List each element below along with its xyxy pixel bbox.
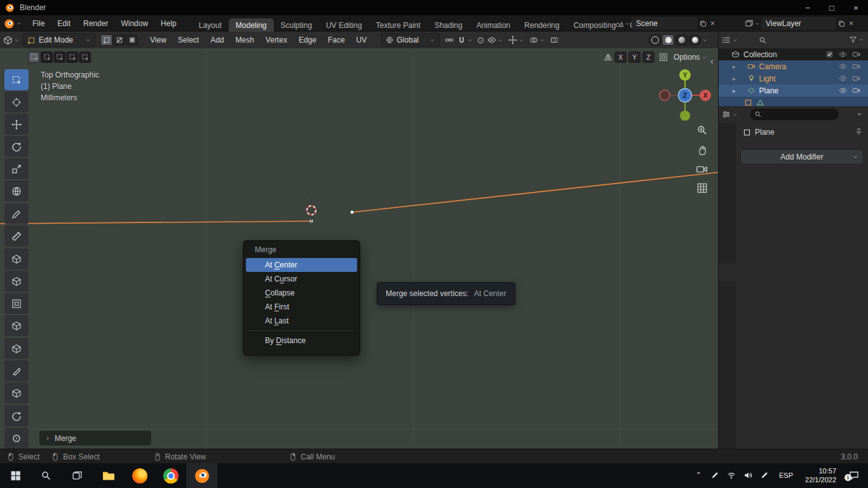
tool-bevel[interactable] bbox=[4, 315, 29, 336]
tab-animation[interactable]: Animation bbox=[470, 18, 517, 32]
minimize-button[interactable]: − bbox=[796, 0, 820, 15]
app-menu-button[interactable] bbox=[0, 18, 26, 29]
task-view-button[interactable] bbox=[62, 463, 93, 488]
camera-view-button[interactable] bbox=[696, 163, 708, 175]
menu-add[interactable]: Add bbox=[205, 32, 229, 48]
start-button[interactable] bbox=[0, 463, 31, 488]
taskbar-search-button[interactable] bbox=[31, 463, 62, 488]
render-visibility-toggle[interactable] bbox=[852, 62, 860, 71]
mirror-z-toggle[interactable]: Z bbox=[642, 51, 654, 63]
menu-edge[interactable]: Edge bbox=[293, 32, 322, 48]
filter-icon[interactable] bbox=[849, 36, 857, 44]
menu-file[interactable]: File bbox=[26, 15, 51, 32]
tab-compositing[interactable]: Compositing bbox=[566, 18, 623, 32]
tool-scale[interactable] bbox=[4, 158, 29, 179]
properties-filter-chevron-icon[interactable] bbox=[856, 111, 863, 118]
tool-add-cube[interactable] bbox=[4, 248, 29, 269]
outliner-search-icon[interactable] bbox=[759, 36, 767, 44]
outliner-row-camera[interactable]: ▸ Camera bbox=[719, 60, 868, 72]
navigation-gizmo[interactable]: Y X Z bbox=[658, 66, 712, 125]
outliner-row-plane[interactable]: ▸ Plane bbox=[719, 85, 868, 97]
menu-mesh[interactable]: Mesh bbox=[230, 32, 260, 48]
vertex-select-toggle[interactable] bbox=[100, 34, 112, 46]
scene-unlink-button[interactable]: × bbox=[709, 19, 717, 28]
tab-sculpting[interactable]: Sculpting bbox=[274, 18, 319, 32]
scene-name-field[interactable]: Scene bbox=[632, 17, 698, 30]
close-button[interactable]: × bbox=[844, 0, 868, 15]
tool-box-select[interactable] bbox=[4, 69, 29, 90]
tool-spin[interactable] bbox=[4, 405, 29, 426]
mirror-icon[interactable] bbox=[604, 53, 613, 62]
select-set-new-toggle[interactable] bbox=[28, 51, 40, 63]
maximize-button[interactable]: □ bbox=[820, 0, 844, 15]
properties-search-field[interactable] bbox=[750, 109, 839, 120]
editor-type-button[interactable] bbox=[0, 36, 23, 45]
outliner-row-collection[interactable]: Collection bbox=[719, 48, 868, 60]
hide-eye-toggle[interactable] bbox=[839, 62, 847, 71]
scene-browse-button[interactable] bbox=[615, 19, 630, 28]
tray-network-icon[interactable] bbox=[727, 471, 736, 480]
tab-uv-editing[interactable]: UV Editing bbox=[319, 18, 369, 32]
hide-eye-toggle[interactable] bbox=[839, 50, 847, 58]
menu-edit[interactable]: Edit bbox=[51, 15, 77, 32]
tab-rendering[interactable]: Rendering bbox=[517, 18, 566, 32]
shading-rendered-toggle[interactable] bbox=[689, 34, 701, 46]
outliner-row-partial[interactable] bbox=[719, 97, 868, 106]
operator-panel[interactable]: Merge bbox=[39, 431, 151, 445]
menu-face[interactable]: Face bbox=[322, 32, 351, 48]
tab-texture-paint[interactable]: Texture Paint bbox=[369, 18, 428, 32]
tool-transform[interactable] bbox=[4, 180, 29, 201]
shading-material-toggle[interactable] bbox=[675, 34, 688, 46]
viewlayer-copy-button[interactable] bbox=[837, 20, 846, 28]
select-extend-toggle[interactable] bbox=[41, 51, 53, 63]
tab-modeling[interactable]: Modeling bbox=[229, 18, 274, 32]
snap-target-icon[interactable] bbox=[445, 36, 454, 44]
render-visibility-toggle[interactable] bbox=[852, 50, 860, 58]
pan-button[interactable] bbox=[696, 144, 708, 156]
edge-select-toggle[interactable] bbox=[113, 34, 125, 46]
tool-loop-cut[interactable] bbox=[4, 338, 29, 359]
notification-center-button[interactable]: 1 bbox=[849, 470, 859, 480]
transform-orientation-dropdown[interactable]: Global bbox=[381, 33, 440, 47]
tray-tablet-icon[interactable] bbox=[760, 471, 769, 480]
tool-extrude-region[interactable] bbox=[4, 271, 29, 292]
show-object-types-button[interactable] bbox=[487, 36, 503, 44]
correct-face-attributes-icon[interactable] bbox=[659, 53, 668, 62]
mirror-y-toggle[interactable]: Y bbox=[628, 51, 641, 63]
menu-select[interactable]: Select bbox=[172, 32, 205, 48]
mode-dropdown[interactable]: Edit Mode bbox=[23, 33, 95, 47]
zoom-button[interactable] bbox=[696, 125, 708, 136]
menu-window[interactable]: Window bbox=[114, 15, 154, 32]
firefox-button[interactable] bbox=[124, 463, 155, 488]
scene-copy-button[interactable] bbox=[699, 20, 707, 28]
tool-smooth[interactable] bbox=[4, 428, 29, 449]
viewlayer-unlink-button[interactable]: × bbox=[847, 19, 855, 28]
menu-vertex[interactable]: Vertex bbox=[260, 32, 293, 48]
collection-checkbox[interactable] bbox=[825, 50, 834, 58]
gizmos-button[interactable] bbox=[508, 36, 524, 44]
outliner-editor-type-button[interactable] bbox=[719, 36, 741, 44]
xray-toggle[interactable] bbox=[550, 36, 559, 44]
viewlayer-name-field[interactable]: ViewLayer bbox=[761, 17, 836, 30]
shading-solid-toggle[interactable] bbox=[662, 34, 674, 46]
outliner-row-light[interactable]: ▸ Light bbox=[719, 72, 868, 85]
mirror-x-toggle[interactable]: X bbox=[614, 51, 627, 63]
options-dropdown[interactable]: Options bbox=[674, 53, 707, 62]
tool-inset-faces[interactable] bbox=[4, 293, 29, 314]
tray-expand-button[interactable]: ⌃ bbox=[696, 471, 702, 479]
render-visibility-toggle[interactable] bbox=[852, 74, 860, 83]
tool-annotate[interactable] bbox=[4, 203, 29, 224]
menu-item-collapse[interactable]: Collapse bbox=[246, 286, 357, 300]
face-select-toggle[interactable] bbox=[126, 34, 138, 46]
tool-move[interactable] bbox=[4, 114, 29, 135]
tool-cursor[interactable] bbox=[4, 92, 29, 112]
properties-editor-type-button[interactable] bbox=[719, 110, 741, 119]
pin-icon[interactable] bbox=[855, 128, 863, 136]
expand-arrow-icon[interactable]: ▸ bbox=[733, 64, 736, 70]
blender-taskbar-button[interactable] bbox=[186, 463, 217, 488]
menu-uv[interactable]: UV bbox=[351, 32, 373, 48]
chrome-button[interactable] bbox=[155, 463, 186, 488]
snap-toggle[interactable] bbox=[458, 36, 473, 44]
taskbar-clock[interactable]: 10:57 22/1/2022 bbox=[805, 466, 836, 484]
shading-wireframe-toggle[interactable] bbox=[649, 34, 661, 46]
